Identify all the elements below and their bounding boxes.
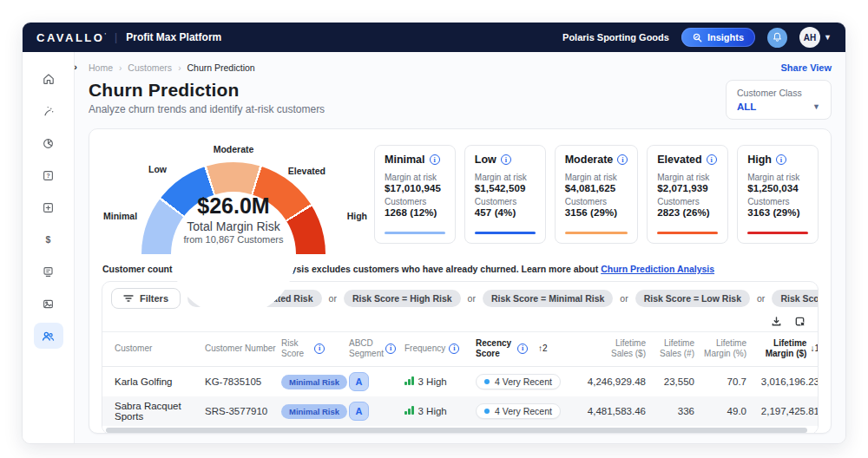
risk-stat-cards: Minimal Margin at risk $17,010,945 Custo… — [374, 145, 819, 244]
sidebar-item-home[interactable] — [34, 66, 63, 92]
breadcrumb-home[interactable]: Home — [89, 62, 113, 73]
sidebar-item-help[interactable]: ? — [34, 162, 63, 188]
filter-chip[interactable]: Risk Score = High Risk — [344, 290, 461, 307]
customer-class-value: ALL — [737, 101, 756, 112]
stat-card-title: Moderate — [565, 154, 614, 166]
sidebar-item-insights[interactable] — [34, 98, 63, 124]
cell-lifetime-sales-count: 336 — [646, 406, 694, 416]
recency-chip: 4 Very Recent — [476, 403, 561, 419]
info-icon[interactable] — [430, 154, 440, 165]
th-lifetime-sales-dollar[interactable]: Lifetime Sales ($) — [573, 338, 646, 360]
filter-joiner: or — [757, 293, 765, 304]
cell-frequency: 3 High — [404, 376, 476, 387]
margin-at-risk-value: $4,081,625 — [565, 183, 628, 193]
info-icon[interactable] — [617, 154, 628, 165]
gauge-total: $26.0M — [103, 193, 364, 219]
notifications-button[interactable] — [767, 28, 787, 48]
sidebar-nav: ? $ — [23, 52, 75, 444]
svg-text:?: ? — [46, 172, 49, 178]
customer-class-label: Customer Class — [737, 88, 820, 98]
customers-label: Customers — [657, 197, 718, 206]
insights-button[interactable]: Insights — [681, 28, 755, 47]
th-customer[interactable]: Customer — [102, 344, 205, 355]
customers-label: Customers — [747, 197, 808, 206]
th-lifetime-margin-dollar[interactable]: Lifetime Margin ($)↓1 — [746, 338, 818, 360]
info-icon[interactable] — [314, 344, 325, 354]
cell-risk-score: Minimal Risk — [281, 406, 349, 416]
page-title: Churn Prediction — [89, 80, 325, 101]
sidebar-expand-button[interactable]: › — [69, 61, 82, 73]
filter-chip[interactable]: Risk Score = Minimal Risk — [483, 290, 613, 307]
sidebar-item-customers[interactable] — [34, 323, 63, 349]
margin-at-risk-label: Margin at risk — [747, 173, 808, 182]
cell-recency: 4 Very Recent — [476, 403, 573, 419]
insights-label: Insights — [707, 32, 744, 43]
info-icon[interactable] — [517, 344, 528, 354]
cell-abcd-segment: A — [349, 372, 404, 391]
filter-chip[interactable]: Risk Score = Moderate Risk — [772, 290, 819, 307]
gauge-label-moderate: Moderate — [103, 144, 364, 154]
th-risk-score[interactable]: Risk Score — [281, 338, 349, 360]
sidebar-item-pricing[interactable]: $ — [34, 226, 63, 252]
margin-at-risk-value: $1,542,509 — [475, 183, 536, 193]
breadcrumb-customers[interactable]: Customers — [128, 62, 172, 73]
stat-card-title: Minimal — [385, 154, 425, 166]
stat-card-moderate: Moderate Margin at risk $4,081,625 Custo… — [555, 145, 639, 244]
customer-class-dropdown[interactable]: Customer Class ALL ▼ — [726, 80, 832, 120]
info-icon[interactable] — [385, 344, 396, 354]
cavallo-logo[interactable]: CAVALLO' — [36, 31, 106, 44]
sidebar-item-reports[interactable] — [34, 291, 63, 317]
sort-indicator: ↓1 — [810, 344, 818, 355]
margin-risk-gauge: $26.0M Total Margin Risk from 10,867 Cus… — [103, 145, 364, 256]
user-menu[interactable]: AH ▼ — [799, 27, 832, 48]
gauge-label-elevated: Elevated — [288, 166, 326, 176]
recency-dot-icon — [484, 409, 490, 414]
scrollbar-thumb[interactable] — [106, 428, 807, 433]
info-icon[interactable] — [449, 344, 459, 354]
share-view-link[interactable]: Share View — [781, 62, 832, 73]
download-icon[interactable] — [771, 316, 782, 327]
customers-label: Customers — [475, 197, 536, 206]
filter-icon — [123, 294, 134, 303]
nav-divider: | — [115, 31, 117, 43]
top-navbar: CAVALLO' | Profit Max Platform Polaris S… — [23, 23, 845, 52]
gauge-label-high: High — [347, 211, 367, 221]
th-lifetime-margin-pct[interactable]: Lifetime Margin (%) — [694, 338, 746, 360]
table-row[interactable]: Sabra Racquet Sports SRS-3577910 Minimal… — [102, 396, 818, 426]
cell-lifetime-margin-dollar: 3,016,196.23 — [746, 376, 818, 387]
app-window: CAVALLO' | Profit Max Platform Polaris S… — [22, 22, 846, 444]
info-icon[interactable] — [776, 154, 786, 165]
customers-icon — [41, 329, 56, 344]
table-row[interactable]: Karla Golfing KG-7835105 Minimal Risk A … — [102, 367, 818, 396]
cell-lifetime-margin-pct: 70.7 — [694, 376, 746, 387]
product-name: Profit Max Platform — [126, 31, 221, 43]
th-frequency[interactable]: Frequency — [404, 344, 476, 355]
segment-badge: A — [349, 402, 369, 421]
export-icon[interactable] — [794, 316, 806, 327]
bell-icon — [773, 32, 782, 43]
avatar: AH — [799, 27, 820, 48]
th-recency-score[interactable]: Recency Score↑2 — [476, 338, 573, 360]
customers-table: Customer Customer Number Risk Score ABCD… — [102, 332, 818, 434]
th-abcd-segment[interactable]: ABCD Segment — [349, 338, 404, 360]
gauge-label-low: Low — [148, 164, 167, 174]
sidebar-item-analytics[interactable] — [34, 130, 63, 156]
sidebar-item-invoices[interactable] — [34, 258, 63, 285]
accent-bar — [565, 232, 628, 234]
horizontal-scrollbar[interactable] — [102, 426, 818, 434]
invoice-icon — [42, 265, 55, 278]
cell-customer-number: SRS-3577910 — [205, 406, 281, 416]
churn-summary-card: $26.0M Total Margin Risk from 10,867 Cus… — [89, 128, 832, 434]
churn-analysis-link[interactable]: Churn Prediction Analysis — [601, 264, 714, 274]
info-icon[interactable] — [501, 154, 511, 165]
filter-chip[interactable]: Risk Score = Low Risk — [635, 290, 750, 307]
info-icon[interactable] — [707, 154, 717, 165]
sidebar-item-tables[interactable] — [34, 194, 63, 220]
signal-bars-icon — [404, 406, 414, 416]
cell-customer-number: KG-7835105 — [205, 376, 281, 387]
recency-chip: 4 Very Recent — [476, 374, 561, 389]
cell-customer: Sabra Racquet Sports — [102, 401, 205, 422]
insights-search-icon — [693, 33, 702, 43]
th-lifetime-sales-count[interactable]: Lifetime Sales (#) — [646, 338, 694, 360]
cell-recency: 4 Very Recent — [476, 374, 573, 389]
